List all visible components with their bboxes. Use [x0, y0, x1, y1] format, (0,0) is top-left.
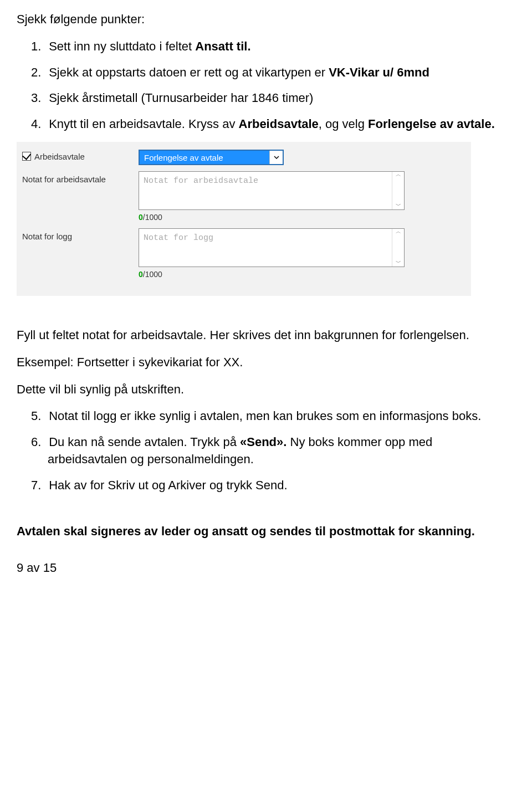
- notat-arbeidsavtale-label: Notat for arbeidsavtale: [22, 171, 139, 185]
- row-notat-arbeidsavtale: Notat for arbeidsavtale Notat for arbeid…: [22, 171, 461, 223]
- step-6: 6. Du kan nå sende avtalen. Trykk på «Se…: [17, 434, 510, 468]
- page-number: 9 av 15: [17, 560, 510, 577]
- step-2-text-b: VK-Vikar u/ 6mnd: [329, 65, 429, 79]
- step-1-num: 1.: [31, 38, 45, 55]
- counter-zero: 0: [139, 213, 143, 222]
- notat-arbeidsavtale-placeholder: Notat for arbeidsavtale: [139, 172, 392, 209]
- step-1: 1. Sett inn ny sluttdato i feltet Ansatt…: [17, 38, 510, 55]
- scrollbar-icon[interactable]: ︿ ﹀: [392, 172, 404, 209]
- checkbox-icon: [22, 152, 31, 161]
- mid-p2: Eksempel: Fortsetter i sykevikariat for …: [17, 354, 510, 371]
- step-2: 2. Sjekk at oppstarts datoen er rett og …: [17, 64, 510, 81]
- arbeidsavtale-select[interactable]: Forlengelse av avtale: [139, 150, 284, 165]
- mid-p3: Dette vil bli synlig på utskriften.: [17, 381, 510, 398]
- chevron-down-icon: [269, 151, 283, 164]
- notat-arbeidsavtale-textarea[interactable]: Notat for arbeidsavtale ︿ ﹀: [139, 171, 405, 210]
- step-7-num: 7.: [31, 477, 45, 494]
- arbeidsavtale-select-value: Forlengelse av avtale: [140, 151, 269, 164]
- step-1-text-a: Sett inn ny sluttdato i feltet: [49, 39, 195, 53]
- arbeidsavtale-checkbox-wrap[interactable]: Arbeidsavtale: [22, 149, 139, 164]
- step-4-text-b: Arbeidsavtale: [239, 117, 319, 131]
- counter-zero: 0: [139, 270, 143, 279]
- chevron-down-icon: ﹀: [392, 203, 404, 209]
- step-3-num: 3.: [31, 90, 45, 107]
- step-7: 7. Hak av for Skriv ut og Arkiver og try…: [17, 477, 510, 494]
- step-4: 4. Knytt til en arbeidsavtale. Kryss av …: [17, 116, 510, 133]
- notat-arbeidsavtale-counter: 0/1000: [139, 212, 405, 223]
- step-5: 5. Notat til logg er ikke synlig i avtal…: [17, 408, 510, 425]
- step-7-text: Hak av for Skriv ut og Arkiver og trykk …: [49, 478, 287, 492]
- step-5-text: Notat til logg er ikke synlig i avtalen,…: [49, 409, 481, 423]
- counter-rest: /1000: [143, 213, 162, 222]
- step-4-text-c: , og velg: [319, 117, 368, 131]
- notat-logg-label: Notat for logg: [22, 228, 139, 242]
- chevron-up-icon: ︿: [392, 172, 404, 178]
- mid-p1: Fyll ut feltet notat for arbeidsavtale. …: [17, 327, 510, 344]
- notat-logg-textarea[interactable]: Notat for logg ︿ ﹀: [139, 228, 405, 267]
- step-4-text-d: Forlengelse av avtale.: [368, 117, 495, 131]
- scrollbar-icon[interactable]: ︿ ﹀: [392, 229, 404, 267]
- intro-text: Sjekk følgende punkter:: [17, 11, 510, 28]
- row-notat-logg: Notat for logg Notat for logg ︿ ﹀ 0/1000: [22, 228, 461, 280]
- notat-logg-counter: 0/1000: [139, 269, 405, 280]
- step-6-num: 6.: [31, 434, 45, 451]
- step-5-num: 5.: [31, 408, 45, 425]
- step-3-text: Sjekk årstimetall (Turnusarbeider har 18…: [49, 91, 313, 105]
- row-arbeidsavtale: Arbeidsavtale Forlengelse av avtale: [22, 149, 461, 166]
- step-1-text-b: Ansatt til.: [195, 39, 250, 53]
- step-4-text-a: Knytt til en arbeidsavtale. Kryss av: [49, 117, 238, 131]
- chevron-up-icon: ︿: [392, 229, 404, 235]
- counter-rest: /1000: [143, 270, 162, 279]
- step-2-num: 2.: [31, 64, 45, 81]
- step-6-text-a: Du kan nå sende avtalen. Trykk på: [49, 435, 240, 449]
- step-3: 3. Sjekk årstimetall (Turnusarbeider har…: [17, 90, 510, 107]
- step-2-text-a: Sjekk at oppstarts datoen er rett og at …: [49, 65, 329, 79]
- form-panel: Arbeidsavtale Forlengelse av avtale Nota…: [17, 142, 471, 296]
- step-6-text-b: «Send».: [240, 435, 287, 449]
- arbeidsavtale-checkbox-label: Arbeidsavtale: [34, 151, 85, 162]
- notat-logg-placeholder: Notat for logg: [139, 229, 392, 267]
- chevron-down-icon: ﹀: [392, 260, 404, 267]
- step-4-num: 4.: [31, 116, 45, 133]
- closing-bold: Avtalen skal signeres av leder og ansatt…: [17, 523, 510, 540]
